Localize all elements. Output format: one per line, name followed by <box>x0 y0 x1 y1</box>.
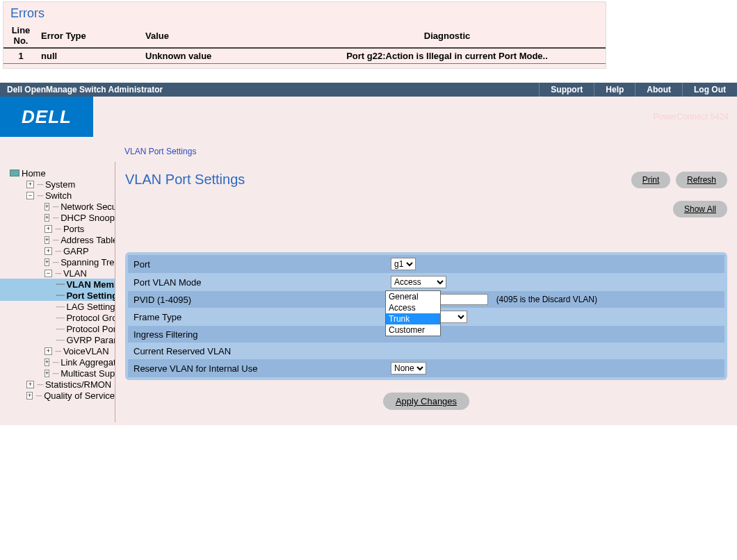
tree-ports[interactable]: +·····Ports <box>0 223 115 234</box>
reserved-label: Current Reserved VLAN <box>128 343 385 359</box>
errors-header-value: Value <box>143 24 289 48</box>
tree-protport[interactable]: ·······Protocol Por <box>0 323 115 334</box>
tree-stats[interactable]: +·····Statistics/RMON <box>0 379 115 390</box>
mode-option-general[interactable]: General <box>386 291 440 302</box>
frame-label: Frame Type <box>128 308 385 326</box>
mode-select[interactable]: Access <box>391 276 446 288</box>
errors-header-diag: Diagnostic <box>289 24 606 48</box>
plus-icon[interactable]: + <box>44 258 49 266</box>
tree-lag[interactable]: ·······LAG Setting <box>0 301 115 312</box>
plus-icon[interactable]: + <box>44 247 52 255</box>
errors-row: 1 null Unknown value Port g22:Action is … <box>3 48 606 64</box>
breadcrumb: VLAN Port Settings <box>115 137 737 162</box>
tree-garp[interactable]: +·····GARP <box>0 245 115 256</box>
tree-addr[interactable]: +·····Address Tables <box>0 234 115 245</box>
print-button[interactable]: Print <box>631 172 671 188</box>
topbar: Dell OpenManage Switch Administrator Sup… <box>0 83 737 97</box>
logout-link[interactable]: Log Out <box>682 83 737 97</box>
plus-icon[interactable]: + <box>26 392 33 400</box>
main: Home +·····System −·····Switch +·····Net… <box>0 137 737 425</box>
nav-tree: Home +·····System −·····Switch +·····Net… <box>0 167 115 401</box>
ingress-label: Ingress Filtering <box>128 326 385 343</box>
home-icon <box>10 170 19 176</box>
showall-button[interactable]: Show All <box>673 201 727 217</box>
mode-dropdown-open[interactable]: General Access Trunk Customer <box>385 290 441 336</box>
about-link[interactable]: About <box>635 83 682 97</box>
support-link[interactable]: Support <box>539 83 594 97</box>
brand-right: PowerConnect 5424 <box>93 97 737 137</box>
plus-icon[interactable]: + <box>44 203 49 211</box>
errors-title: Errors <box>3 6 606 21</box>
sidebar: Home +·····System −·····Switch +·····Net… <box>0 137 115 425</box>
plus-icon[interactable]: + <box>44 347 52 355</box>
tree-home[interactable]: Home <box>0 167 115 179</box>
mode-option-trunk[interactable]: Trunk <box>386 313 440 324</box>
plus-icon[interactable]: + <box>26 381 34 388</box>
errors-header-type: Error Type <box>38 24 143 48</box>
tree-protgrp[interactable]: ·······Protocol Gro <box>0 312 115 323</box>
reserve-label: Reserve VLAN for Internal Use <box>128 359 385 377</box>
plus-icon[interactable]: + <box>44 370 49 377</box>
error-line: 1 <box>3 48 38 64</box>
tree-switch[interactable]: −·····Switch <box>0 190 115 201</box>
pvid-label: PVID (1-4095) <box>128 291 385 308</box>
errors-header-line: Line No. <box>3 24 38 48</box>
pvid-note: (4095 is the Discard VLAN) <box>491 295 597 304</box>
content: VLAN Port Settings VLAN Port Settings Pr… <box>115 137 737 425</box>
apply-button[interactable]: Apply Changes <box>383 393 469 410</box>
logo-text: DELL <box>22 106 72 128</box>
app-title: Dell OpenManage Switch Administrator <box>0 85 539 94</box>
errors-table: Line No. Error Type Value Diagnostic 1 n… <box>3 24 606 64</box>
error-diag: Port g22:Action is Illegal in current Po… <box>289 48 606 64</box>
error-type: null <box>38 48 143 64</box>
help-link[interactable]: Help <box>594 83 635 97</box>
tree-voicevlan[interactable]: +·····VoiceVLAN <box>0 345 115 356</box>
plus-icon[interactable]: + <box>44 214 49 222</box>
tree-portset[interactable]: ·······Port Setting <box>0 290 115 301</box>
errors-panel: Errors Line No. Error Type Value Diagnos… <box>3 1 606 69</box>
refresh-button[interactable]: Refresh <box>676 172 727 188</box>
tree-vlan[interactable]: −·····VLAN <box>0 267 115 279</box>
device-model: PowerConnect 5424 <box>653 112 729 122</box>
apply-wrap: Apply Changes <box>125 380 727 422</box>
mode-option-access[interactable]: Access <box>386 302 440 313</box>
tree-system[interactable]: +·····System <box>0 179 115 190</box>
page-title: VLAN Port Settings <box>125 172 245 188</box>
topbar-links: Support Help About Log Out <box>539 83 737 97</box>
plus-icon[interactable]: + <box>44 236 49 244</box>
plus-icon[interactable]: + <box>44 359 49 366</box>
dell-logo: DELL <box>0 97 93 137</box>
tree-gvrp[interactable]: ·······GVRP Paran <box>0 334 115 345</box>
tree-mcast[interactable]: +·····Multicast Suppo <box>0 368 115 379</box>
tree-vlanmemb[interactable]: ·······VLAN Memb <box>0 279 115 290</box>
minus-icon[interactable]: − <box>44 270 52 277</box>
top-buttons: Print Refresh Show All <box>629 172 727 217</box>
error-value: Unknown value <box>143 48 289 64</box>
form-panel: Port g1 Port VLAN Mode Access PVID (1-40… <box>125 252 727 380</box>
brand-row: DELL PowerConnect 5424 <box>0 97 737 137</box>
tree-qos[interactable]: +·····Quality of Service <box>0 390 115 401</box>
tree-dhcp[interactable]: +·····DHCP Snooping <box>0 212 115 223</box>
port-label: Port <box>128 255 385 273</box>
reserve-select[interactable]: None <box>391 362 426 374</box>
tree-stp[interactable]: +·····Spanning Tree <box>0 256 115 267</box>
minus-icon[interactable]: − <box>26 192 34 199</box>
port-select[interactable]: g1 <box>391 258 416 270</box>
tree-linkagg[interactable]: +·····Link Aggregation <box>0 356 115 368</box>
plus-icon[interactable]: + <box>26 181 34 188</box>
content-inner: VLAN Port Settings Print Refresh Show Al… <box>115 162 737 422</box>
tree-netsec[interactable]: +·····Network Securit <box>0 201 115 212</box>
plus-icon[interactable]: + <box>44 225 52 233</box>
mode-option-customer[interactable]: Customer <box>386 324 440 336</box>
mode-label: Port VLAN Mode <box>128 273 385 291</box>
